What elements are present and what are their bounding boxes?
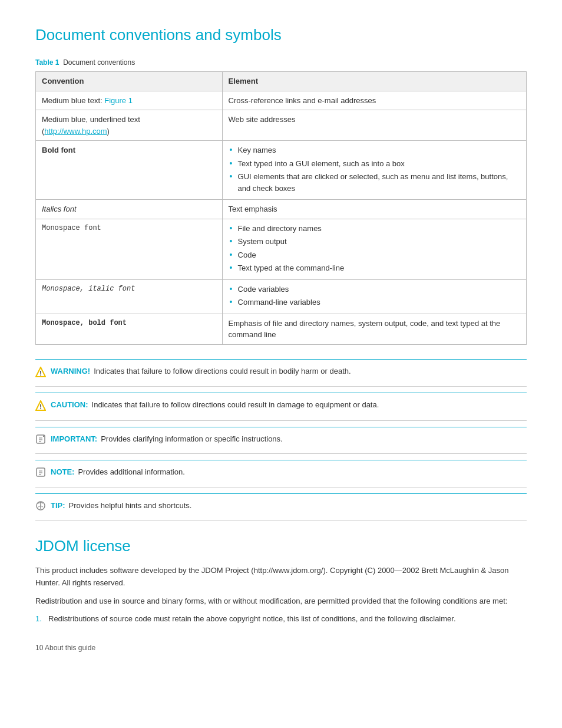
note-icon bbox=[35, 467, 46, 481]
caution-notice: ! CAUTION: Indicates that failure to fol… bbox=[35, 393, 527, 421]
svg-text:!: ! bbox=[39, 404, 41, 410]
convention-cell: Medium blue, underlined text (http://www… bbox=[36, 110, 223, 141]
note-notice: NOTE: Provides additional information. bbox=[35, 460, 527, 487]
table-row: Italics font Text emphasis bbox=[36, 200, 527, 219]
table-row: Medium blue, underlined text (http://www… bbox=[36, 110, 527, 141]
element-cell: Web site addresses bbox=[222, 110, 526, 141]
table-caption-text: Document conventions bbox=[63, 58, 135, 67]
mono-bold-label: Monospace, bold font bbox=[42, 319, 127, 327]
section2-list: 1. Redistributions of source code must r… bbox=[35, 613, 527, 625]
table-label: Table 1 bbox=[35, 58, 59, 67]
element-cell-mono-bold: Emphasis of file and directory names, sy… bbox=[222, 314, 526, 344]
svg-rect-8 bbox=[37, 468, 45, 476]
caution-icon: ! bbox=[35, 400, 46, 414]
section2-title: JDOM license bbox=[35, 535, 527, 558]
element-cell-mono: File and directory names System output C… bbox=[222, 219, 526, 279]
convention-cell-mono-bold: Monospace, bold font bbox=[36, 314, 223, 344]
list-item: Command-line variables bbox=[229, 297, 520, 308]
warning-icon: ! bbox=[35, 367, 46, 381]
section2-para1: This product includes software developed… bbox=[35, 565, 527, 589]
mono-font-label: Monospace font bbox=[42, 224, 101, 232]
convention-cell-mono: Monospace font bbox=[36, 219, 223, 279]
conventions-table: Convention Element Medium blue text: Fig… bbox=[35, 71, 527, 345]
bold-font-list: Key names Text typed into a GUI element,… bbox=[229, 144, 520, 194]
element-text: Cross-reference links and e-mail address… bbox=[229, 96, 376, 105]
element-text: Text emphasis bbox=[229, 205, 277, 213]
important-text: Provides clarifying information or speci… bbox=[101, 433, 283, 445]
list-item: GUI elements that are clicked or selecte… bbox=[229, 171, 520, 194]
figure-link[interactable]: Figure 1 bbox=[104, 96, 133, 105]
tip-text: Provides helpful hints and shortcuts. bbox=[69, 500, 192, 512]
element-cell-italic: Text emphasis bbox=[222, 200, 526, 219]
tip-icon bbox=[35, 500, 46, 515]
caution-label: CAUTION: bbox=[51, 399, 88, 411]
mono-italic-list: Code variables Command-line variables bbox=[229, 284, 520, 308]
tip-label: TIP: bbox=[51, 500, 65, 512]
notices-section: ! WARNING! Indicates that failure to fol… bbox=[35, 359, 527, 521]
col-convention: Convention bbox=[36, 72, 223, 91]
list-item-text: Redistributions of source code must reta… bbox=[48, 614, 456, 623]
important-label: IMPORTANT: bbox=[51, 433, 97, 445]
section2-para2: Redistribution and use in source and bin… bbox=[35, 595, 527, 608]
convention-cell-bold: Bold font bbox=[36, 141, 223, 200]
italic-font-label: Italics font bbox=[42, 205, 77, 213]
svg-text:!: ! bbox=[39, 370, 41, 377]
element-cell-mono-italic: Code variables Command-line variables bbox=[222, 279, 526, 314]
convention-cell: Medium blue text: Figure 1 bbox=[36, 91, 223, 110]
table-row: Monospace, bold font Emphasis of file an… bbox=[36, 314, 527, 344]
col-element: Element bbox=[222, 72, 526, 91]
mono-italic-label: Monospace, italic font bbox=[42, 285, 135, 293]
list-item: Code bbox=[229, 249, 520, 261]
list-item: Text typed at the command-line bbox=[229, 262, 520, 274]
important-icon bbox=[35, 434, 46, 448]
tip-notice: TIP: Provides helpful hints and shortcut… bbox=[35, 493, 527, 521]
important-notice: IMPORTANT: Provides clarifying informati… bbox=[35, 427, 527, 454]
list-item: Key names bbox=[229, 144, 520, 156]
warning-text: Indicates that failure to follow directi… bbox=[94, 365, 351, 377]
element-cell: Cross-reference links and e-mail address… bbox=[222, 91, 526, 110]
list-item: System output bbox=[229, 236, 520, 248]
url-link[interactable]: http://www.hp.com bbox=[44, 127, 107, 136]
list-item: Code variables bbox=[229, 284, 520, 295]
table-row: Monospace font File and directory names … bbox=[36, 219, 527, 279]
note-label: NOTE: bbox=[51, 466, 74, 478]
convention-cell-mono-italic: Monospace, italic font bbox=[36, 279, 223, 314]
table-row: Monospace, italic font Code variables Co… bbox=[36, 279, 527, 314]
element-text: Web site addresses bbox=[229, 115, 296, 124]
table-row: Bold font Key names Text typed into a GU… bbox=[36, 141, 527, 200]
warning-label: WARNING! bbox=[51, 365, 90, 377]
convention-cell-italic: Italics font bbox=[36, 200, 223, 219]
warning-notice: ! WARNING! Indicates that failure to fol… bbox=[35, 359, 527, 387]
mono-font-list: File and directory names System output C… bbox=[229, 223, 520, 274]
list-item: 1. Redistributions of source code must r… bbox=[35, 613, 527, 625]
list-item: File and directory names bbox=[229, 223, 520, 235]
list-item: Text typed into a GUI element, such as i… bbox=[229, 158, 520, 170]
page-footer: 10 About this guide bbox=[35, 643, 527, 653]
caution-text: Indicates that failure to follow directi… bbox=[92, 399, 379, 411]
table-row: Medium blue text: Figure 1 Cross-referen… bbox=[36, 91, 527, 110]
list-number: 1. bbox=[35, 613, 42, 625]
table-caption: Table 1 Document conventions bbox=[35, 57, 527, 68]
page-title: Document conventions and symbols bbox=[35, 24, 527, 47]
element-cell-bold: Key names Text typed into a GUI element,… bbox=[222, 141, 526, 200]
element-text: Emphasis of file and directory names, sy… bbox=[229, 319, 501, 340]
note-text: Provides additional information. bbox=[78, 466, 184, 478]
bold-font-label: Bold font bbox=[42, 146, 75, 154]
